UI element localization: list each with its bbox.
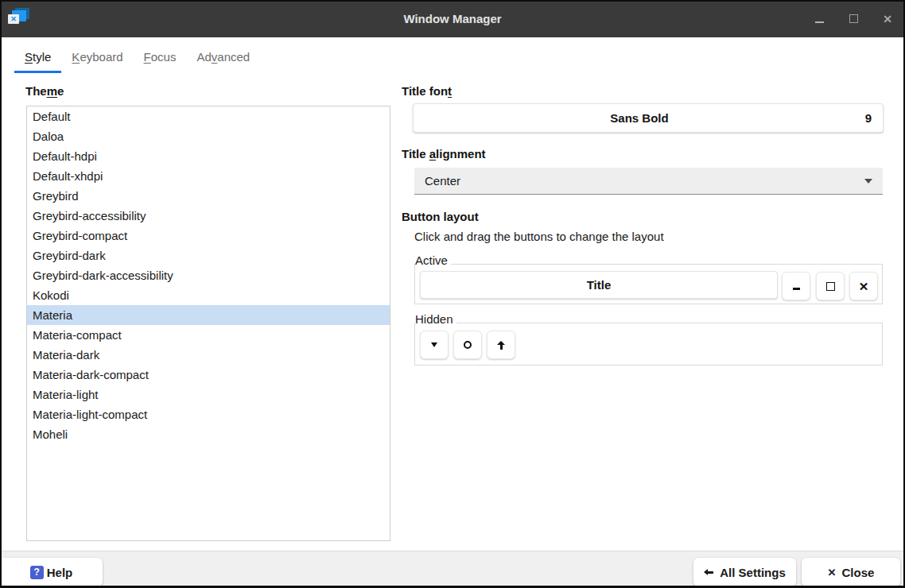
- layout-stick-button[interactable]: [453, 331, 482, 359]
- font-name: Sans Bold: [610, 111, 668, 125]
- theme-list-item[interactable]: Default-hdpi: [27, 146, 390, 166]
- minimize-icon: [793, 288, 800, 290]
- layout-minimize-button[interactable]: [782, 272, 810, 300]
- layout-title-button[interactable]: Title: [420, 271, 778, 299]
- help-button[interactable]: ? Help: [0, 558, 103, 586]
- hidden-buttons-frame: Hidden: [414, 323, 883, 366]
- maximize-icon: [826, 282, 835, 291]
- theme-list-item[interactable]: Materia-light: [27, 385, 390, 404]
- chevron-down-icon: [864, 179, 872, 184]
- window-title: Window Manager: [0, 12, 905, 25]
- theme-list-item[interactable]: Materia-dark: [27, 345, 390, 365]
- tab-focus[interactable]: Focus: [134, 44, 187, 73]
- all-settings-button[interactable]: All Settings: [693, 558, 796, 586]
- title-alignment-dropdown[interactable]: Center: [414, 168, 883, 195]
- close-icon: ✕: [828, 567, 837, 578]
- layout-fill-button[interactable]: [487, 331, 515, 359]
- button-layout-hint: Click and drag the buttons to change the…: [414, 230, 664, 243]
- theme-list-item[interactable]: Default: [27, 106, 390, 126]
- theme-list-item[interactable]: Materia-light-compact: [27, 404, 390, 424]
- layout-maximize-button[interactable]: [816, 272, 845, 300]
- hidden-frame-label: Hidden: [415, 312, 456, 326]
- close-button[interactable]: ✕ Close: [802, 558, 900, 586]
- title-font-button[interactable]: Sans Bold 9: [413, 103, 884, 133]
- theme-list-item[interactable]: Materia-dark-compact: [27, 365, 390, 385]
- maximize-icon[interactable]: [847, 13, 860, 25]
- title-alignment-label: Title alignment: [402, 147, 486, 161]
- back-arrow-icon: [704, 568, 714, 576]
- font-size: 9: [865, 111, 872, 125]
- theme-list-item-selected[interactable]: Materia: [27, 305, 390, 325]
- layout-shade-button[interactable]: [420, 331, 449, 359]
- theme-list[interactable]: Default Daloa Default-hdpi Default-xhdpi…: [26, 106, 390, 541]
- active-frame-label: Active: [415, 253, 451, 267]
- theme-list-item[interactable]: Materia-compact: [27, 325, 390, 345]
- arrow-up-icon: [497, 341, 505, 350]
- titlebar: ✕ Window Manager ✕: [0, 0, 905, 37]
- theme-list-item[interactable]: Greybird-compact: [27, 226, 390, 246]
- tab-keyboard[interactable]: Keyboard: [61, 44, 133, 73]
- title-font-label: Title font: [402, 84, 452, 98]
- tab-bar: Style Keyboard Focus Advanced: [14, 44, 260, 73]
- theme-list-item[interactable]: Greybird: [27, 186, 390, 206]
- theme-list-item[interactable]: Kokodi: [27, 285, 390, 305]
- theme-label: Theme: [25, 84, 64, 98]
- close-icon: ✕: [859, 280, 869, 292]
- triangle-down-icon: [431, 342, 437, 347]
- theme-list-item[interactable]: Moheli: [27, 424, 390, 444]
- theme-list-item[interactable]: Greybird-accessibility: [27, 206, 390, 226]
- theme-list-item[interactable]: Daloa: [27, 126, 390, 146]
- title-alignment-value: Center: [425, 174, 460, 188]
- button-layout-label: Button layout: [402, 210, 479, 223]
- window-controls: ✕: [813, 0, 894, 37]
- theme-list-item[interactable]: Greybird-dark: [27, 246, 390, 265]
- footer-bar: ? Help All Settings ✕ Close: [0, 551, 905, 588]
- active-buttons-frame: Active Title ✕: [414, 264, 883, 304]
- theme-list-item[interactable]: Default-xhdpi: [27, 166, 390, 186]
- tab-advanced[interactable]: Advanced: [186, 44, 260, 73]
- help-icon: ?: [30, 566, 44, 579]
- close-icon[interactable]: ✕: [881, 13, 894, 25]
- theme-list-item[interactable]: Greybird-dark-accessibility: [27, 265, 390, 285]
- circle-icon: [464, 341, 472, 349]
- tab-style[interactable]: Style: [14, 44, 61, 73]
- minimize-icon[interactable]: [813, 13, 825, 25]
- layout-close-button[interactable]: ✕: [849, 272, 878, 300]
